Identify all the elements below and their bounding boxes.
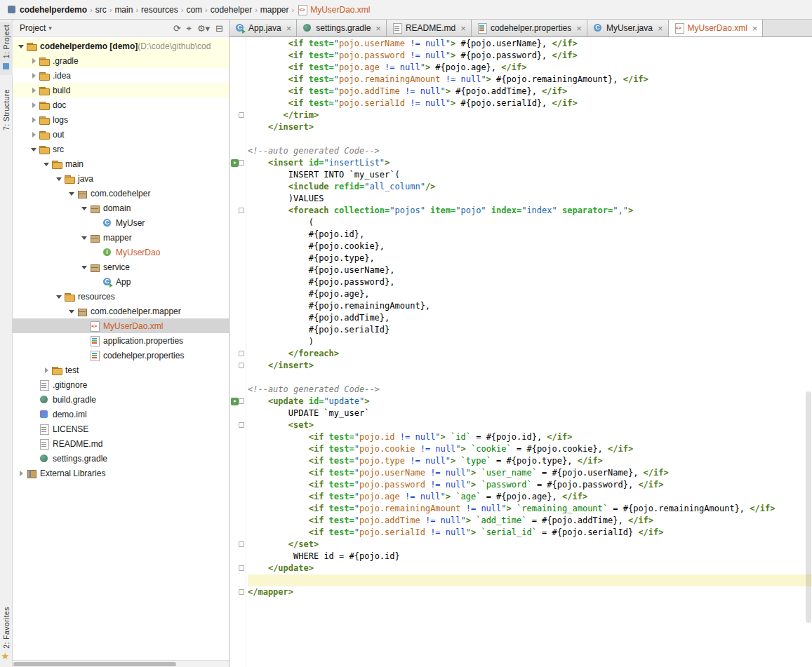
- code-line[interactable]: <!--auto generated Code-->: [248, 384, 812, 396]
- settings-gear-icon[interactable]: ⚙▾: [197, 24, 210, 33]
- tree-row-application-properties[interactable]: application.properties: [13, 333, 229, 348]
- close-tab-icon[interactable]: ×: [576, 24, 582, 33]
- code-line[interactable]: <if test="pojo.remainingAmount != null">…: [248, 74, 812, 86]
- tree-row-logs[interactable]: logs: [13, 112, 229, 127]
- tab-myuserdao-xml[interactable]: MyUserDao.xml×: [669, 20, 764, 36]
- code-line[interactable]: <include refid="all_column"/>: [248, 181, 812, 193]
- fold-marker-icon[interactable]: [239, 363, 244, 368]
- expand-arrow-icon[interactable]: [29, 454, 39, 463]
- tree-row-myuser[interactable]: MyUser: [13, 215, 229, 230]
- code-line[interactable]: )VALUES: [248, 193, 812, 205]
- tree-row-doc[interactable]: doc: [13, 97, 229, 112]
- tree-row-demo-iml[interactable]: demo.iml: [13, 407, 229, 422]
- expand-arrow-icon[interactable]: [80, 233, 89, 242]
- tree-row-codehelper-properties[interactable]: codehelper.properties: [13, 348, 229, 363]
- tree-row-main[interactable]: main: [13, 156, 229, 171]
- breadcrumb-item-main[interactable]: main: [112, 5, 135, 15]
- stripe-button-2-favorites[interactable]: 2: Favorites: [0, 604, 13, 666]
- editor-vscrollbar[interactable]: [806, 391, 811, 623]
- code-line[interactable]: [248, 133, 812, 145]
- breadcrumb-item-mapper[interactable]: mapper: [258, 5, 291, 15]
- breadcrumb-item-resources[interactable]: resources: [139, 5, 180, 15]
- code-line[interactable]: <!--auto generated Code-->: [248, 145, 812, 157]
- code-line[interactable]: #{pojo.userName},: [248, 264, 812, 276]
- tree-row-com-codehelper-mapper[interactable]: com.codehelper.mapper: [13, 304, 229, 318]
- code-line[interactable]: <if test="pojo.userName != null"> `user_…: [248, 467, 812, 479]
- code-line[interactable]: #{pojo.serialId}: [248, 324, 812, 336]
- code-line[interactable]: #{pojo.id},: [248, 229, 812, 241]
- code-line[interactable]: [248, 574, 812, 586]
- tab-myuser-java[interactable]: MyUser.java×: [587, 20, 669, 36]
- fold-marker-icon[interactable]: [239, 565, 244, 571]
- code-line[interactable]: <if test="pojo.remainingAmount != null">…: [248, 503, 812, 515]
- tree-row-build[interactable]: build: [13, 83, 229, 97]
- tree-row-readme-md[interactable]: README.md: [13, 436, 229, 451]
- expand-arrow-icon[interactable]: [29, 100, 39, 109]
- editor-code[interactable]: <if test="pojo.userName != null"> #{pojo…: [246, 37, 812, 667]
- tree-row-gitignore[interactable]: .gitignore: [13, 377, 229, 392]
- expand-arrow-icon[interactable]: [67, 189, 76, 198]
- tree-row-mapper[interactable]: mapper: [13, 230, 229, 245]
- tree-row-service[interactable]: service: [13, 260, 229, 274]
- tab-settings-gradle[interactable]: settings.gradle×: [297, 20, 387, 36]
- close-tab-icon[interactable]: ×: [286, 24, 292, 33]
- code-line[interactable]: <if test="pojo.serialId != null"> #{pojo…: [248, 97, 812, 109]
- tree-row-myuserdao[interactable]: MyUserDao: [13, 245, 229, 260]
- expand-arrow-icon[interactable]: [17, 41, 26, 50]
- code-line[interactable]: <set>: [248, 419, 812, 431]
- stripe-button-1-project[interactable]: 1: Project: [0, 22, 13, 75]
- fold-marker-icon[interactable]: [239, 112, 244, 118]
- fold-marker-icon[interactable]: [239, 208, 244, 213]
- statement-marker-icon[interactable]: [231, 159, 239, 167]
- code-line[interactable]: #{pojo.password},: [248, 276, 812, 288]
- close-tab-icon[interactable]: ×: [460, 24, 466, 33]
- expand-arrow-icon[interactable]: [29, 380, 39, 389]
- code-line[interactable]: </set>: [248, 539, 812, 551]
- breadcrumb-item-com[interactable]: com: [184, 5, 204, 15]
- expand-arrow-icon[interactable]: [29, 439, 39, 448]
- stripe-button-7-structure[interactable]: 7: Structure: [1, 86, 11, 133]
- code-line[interactable]: <if test="pojo.serialId != null"> `seria…: [248, 527, 812, 539]
- expand-arrow-icon[interactable]: [29, 424, 39, 433]
- tree-row-gradle[interactable]: .gradle: [13, 53, 229, 68]
- breadcrumb-item-codehelper[interactable]: codehelper: [208, 5, 254, 15]
- expand-arrow-icon[interactable]: [80, 336, 89, 345]
- expand-arrow-icon[interactable]: [29, 410, 39, 419]
- tree-row-resources[interactable]: resources: [13, 289, 229, 304]
- hide-panel-icon[interactable]: ⊟: [215, 24, 223, 33]
- breadcrumb-item-codehelperdemo[interactable]: codehelperdemo: [4, 4, 89, 15]
- code-line[interactable]: <if test="pojo.addTime != null"> #{pojo.…: [248, 86, 812, 97]
- tab-app-java[interactable]: App.java×: [229, 20, 297, 36]
- code-line[interactable]: <if test="pojo.cookie != null"> `cookie`…: [248, 443, 812, 455]
- expand-arrow-icon[interactable]: [80, 203, 89, 213]
- expand-arrow-icon[interactable]: [80, 262, 89, 271]
- expand-arrow-icon[interactable]: [29, 71, 39, 80]
- tree-row-out[interactable]: out: [13, 127, 229, 142]
- code-line[interactable]: #{pojo.type},: [248, 252, 812, 264]
- code-line[interactable]: <foreach collection="pojos" item="pojo" …: [248, 205, 812, 217]
- code-line[interactable]: </insert>: [248, 121, 812, 133]
- expand-arrow-icon[interactable]: [29, 115, 39, 124]
- code-line[interactable]: #{pojo.cookie},: [248, 241, 812, 252]
- code-line[interactable]: <if test="pojo.addTime != null"> `add_ti…: [248, 515, 812, 527]
- project-panel-title[interactable]: Project▾: [20, 23, 52, 33]
- expand-arrow-icon[interactable]: [67, 306, 76, 316]
- code-line[interactable]: </trim>: [248, 109, 812, 121]
- code-line[interactable]: <if test="pojo.userName != null"> #{pojo…: [248, 38, 812, 50]
- tree-row-src[interactable]: src: [13, 142, 229, 156]
- tree-row-settings-gradle[interactable]: settings.gradle: [13, 451, 229, 466]
- tree-row-app[interactable]: App: [13, 274, 229, 289]
- tree-row-myuserdao-xml[interactable]: MyUserDao.xml: [13, 318, 229, 333]
- expand-arrow-icon[interactable]: [80, 351, 89, 360]
- scroll-from-source-icon[interactable]: ⌖: [187, 24, 192, 33]
- sync-icon[interactable]: ⟳: [173, 24, 181, 33]
- tree-row-external-libraries[interactable]: External Libraries: [13, 466, 229, 480]
- expand-arrow-icon[interactable]: [42, 159, 51, 168]
- expand-arrow-icon[interactable]: [29, 130, 39, 139]
- code-line[interactable]: [248, 372, 812, 384]
- tree-row-test[interactable]: test: [13, 363, 229, 377]
- statement-marker-icon[interactable]: [231, 398, 239, 405]
- close-tab-icon[interactable]: ×: [375, 24, 381, 33]
- code-line[interactable]: <if test="pojo.age != null"> `age` = #{p…: [248, 491, 812, 503]
- close-tab-icon[interactable]: ×: [752, 24, 758, 33]
